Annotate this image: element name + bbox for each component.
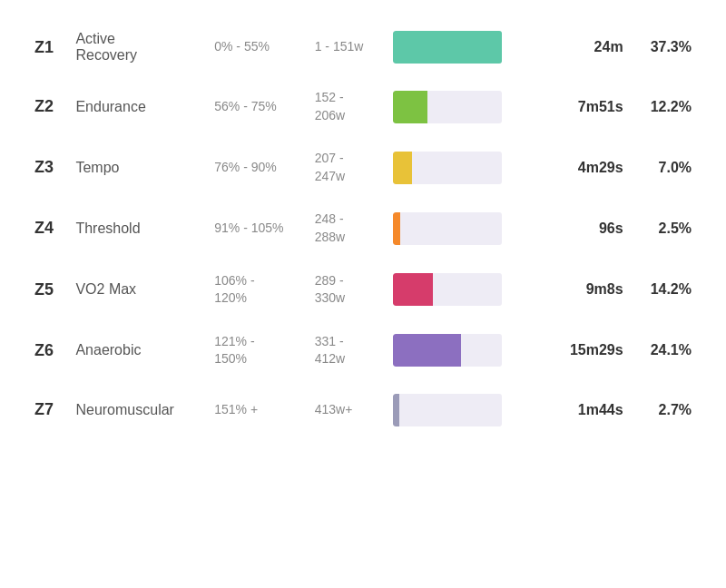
zone-watts-range: 1 - 151w bbox=[308, 18, 386, 76]
zone-time: 96s bbox=[541, 198, 630, 259]
zone-percentage: 14.2% bbox=[631, 260, 699, 320]
zone-time: 15m29s bbox=[541, 320, 630, 381]
zone-bar-cell bbox=[386, 320, 542, 381]
table-row: Z6Anaerobic121% -150%331 -412w15m29s24.1… bbox=[27, 320, 699, 381]
zone-pct-range: 56% - 75% bbox=[207, 76, 307, 137]
zone-bar-fill bbox=[393, 394, 399, 426]
zone-watts-range: 331 -412w bbox=[308, 320, 386, 381]
zone-percentage: 37.3% bbox=[631, 18, 699, 76]
table-row: Z1ActiveRecovery0% - 55%1 - 151w24m37.3% bbox=[27, 18, 699, 76]
zone-bar-fill bbox=[393, 212, 400, 245]
zone-bar-fill bbox=[393, 31, 502, 64]
zone-bar-cell bbox=[386, 18, 542, 76]
zone-bar-cell bbox=[386, 381, 542, 439]
zone-pct-range: 151% + bbox=[207, 381, 307, 439]
zone-name: Threshold bbox=[68, 198, 207, 259]
zone-time: 9m8s bbox=[541, 260, 630, 320]
zone-watts-range: 413w+ bbox=[308, 381, 386, 439]
zone-table: Z1ActiveRecovery0% - 55%1 - 151w24m37.3%… bbox=[27, 18, 699, 439]
zone-percentage: 2.7% bbox=[631, 381, 699, 439]
zone-name: Neuromuscular bbox=[68, 381, 207, 439]
zone-bar-fill bbox=[393, 334, 462, 367]
table-row: Z3Tempo76% - 90%207 -247w4m29s7.0% bbox=[27, 137, 699, 198]
zone-bar-cell bbox=[386, 198, 542, 259]
zone-bar-container bbox=[393, 152, 502, 184]
zone-bar-container bbox=[393, 212, 502, 245]
zone-name: ActiveRecovery bbox=[68, 18, 207, 76]
zone-id: Z4 bbox=[27, 198, 68, 259]
zone-name: Endurance bbox=[68, 76, 207, 137]
zone-pct-range: 91% - 105% bbox=[207, 198, 307, 259]
zone-percentage: 7.0% bbox=[631, 137, 699, 198]
table-row: Z4Threshold91% - 105%248 -288w96s2.5% bbox=[27, 198, 699, 259]
zone-watts-range: 152 -206w bbox=[308, 76, 386, 137]
zone-name: Tempo bbox=[68, 137, 207, 198]
zone-bar-container bbox=[393, 31, 502, 64]
table-row: Z5VO2 Max106% -120%289 -330w9m8s14.2% bbox=[27, 260, 699, 320]
zone-bar-container bbox=[393, 334, 502, 367]
zone-percentage: 2.5% bbox=[631, 198, 699, 259]
zone-time: 24m bbox=[541, 18, 630, 76]
zone-bar-container bbox=[393, 273, 502, 306]
zone-name: VO2 Max bbox=[68, 260, 207, 320]
zone-id: Z3 bbox=[27, 137, 68, 198]
zone-id: Z5 bbox=[27, 260, 68, 320]
zone-bar-cell bbox=[386, 260, 542, 320]
zone-percentage: 12.2% bbox=[631, 76, 699, 137]
zone-bar-cell bbox=[386, 76, 542, 137]
zone-pct-range: 121% -150% bbox=[207, 320, 307, 381]
zone-bar-fill bbox=[393, 91, 427, 123]
zone-time: 4m29s bbox=[541, 137, 630, 198]
zone-pct-range: 76% - 90% bbox=[207, 137, 307, 198]
zone-id: Z1 bbox=[27, 18, 68, 76]
zone-percentage: 24.1% bbox=[631, 320, 699, 381]
table-row: Z7Neuromuscular151% +413w+1m44s2.7% bbox=[27, 381, 699, 439]
zone-bar-fill bbox=[393, 152, 413, 184]
zone-bar-cell bbox=[386, 137, 542, 198]
zone-bar-fill bbox=[393, 273, 433, 306]
zone-time: 1m44s bbox=[541, 381, 630, 439]
zone-watts-range: 248 -288w bbox=[308, 198, 386, 259]
zone-id: Z7 bbox=[27, 381, 68, 439]
zone-watts-range: 289 -330w bbox=[308, 260, 386, 320]
zone-id: Z6 bbox=[27, 320, 68, 381]
zone-id: Z2 bbox=[27, 76, 68, 137]
zone-time: 7m51s bbox=[541, 76, 630, 137]
zone-watts-range: 207 -247w bbox=[308, 137, 386, 198]
zone-pct-range: 106% -120% bbox=[207, 260, 307, 320]
zone-bar-container bbox=[393, 394, 502, 426]
table-row: Z2Endurance56% - 75%152 -206w7m51s12.2% bbox=[27, 76, 699, 137]
zone-bar-container bbox=[393, 91, 502, 123]
zone-name: Anaerobic bbox=[68, 320, 207, 381]
zone-pct-range: 0% - 55% bbox=[207, 18, 307, 76]
